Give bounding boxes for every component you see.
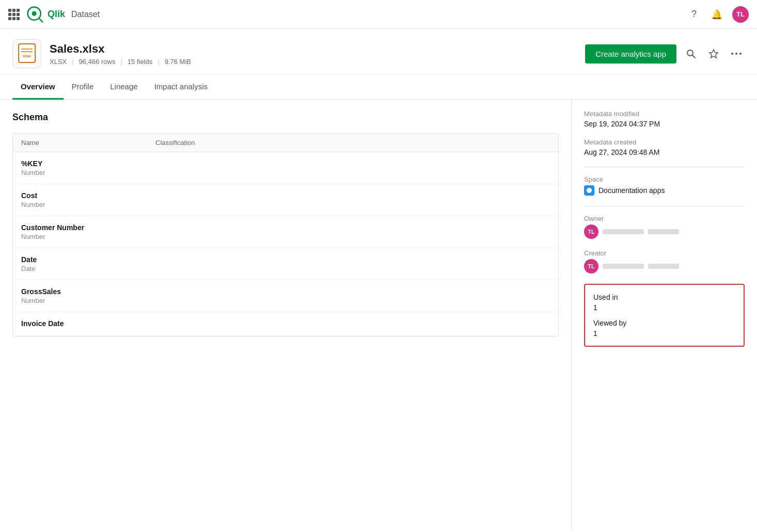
right-panel[interactable]: Metadata modified Sep 19, 2024 04:37 PM … [571, 100, 757, 530]
space-section: Space Documentation apps [584, 175, 745, 196]
table-row: Customer Number Number [13, 216, 558, 248]
search-icon[interactable] [683, 45, 699, 62]
user-avatar[interactable]: TL [732, 6, 749, 23]
create-analytics-app-button[interactable]: Create analytics app [585, 44, 676, 63]
dataset-info: Sales.xlsx XLSX | 96,466 rows | 15 field… [50, 42, 585, 66]
schema-header: Name Classification [13, 134, 558, 152]
table-row: Invoice Date [13, 312, 558, 336]
tab-profile[interactable]: Profile [64, 75, 102, 100]
creator-avatar: TL [584, 259, 598, 273]
metadata-modified-section: Metadata modified Sep 19, 2024 04:37 PM [584, 110, 745, 128]
space-label: Space [584, 175, 745, 183]
usage-box: Used in 1 Viewed by 1 [584, 284, 745, 347]
owner-section: Owner TL [584, 215, 745, 239]
table-row: GrossSales Number [13, 280, 558, 312]
viewed-by-label: Viewed by [593, 319, 735, 327]
creator-name-redacted [603, 264, 644, 269]
field-type: Date [21, 265, 550, 272]
svg-point-7 [687, 50, 693, 56]
svg-marker-9 [709, 50, 718, 58]
metadata-created-label: Metadata created [584, 138, 745, 146]
field-name: Date [21, 255, 550, 264]
dataset-rows: 96,466 rows [79, 58, 116, 66]
field-name: Invoice Date [21, 319, 550, 328]
svg-point-12 [739, 53, 742, 55]
tab-bar: Overview Profile Lineage Impact analysis [0, 75, 757, 100]
table-row: %KEY Number [13, 152, 558, 184]
schema-table: Name Classification %KEY Number Cost Num… [12, 133, 559, 336]
tab-overview[interactable]: Overview [12, 75, 64, 100]
table-row: Cost Number [13, 184, 558, 216]
owner-avatar: TL [584, 224, 598, 239]
meta-sep-2: | [120, 58, 122, 66]
dataset-fields: 15 fields [128, 58, 152, 66]
tab-lineage[interactable]: Lineage [102, 75, 146, 100]
svg-rect-3 [19, 44, 35, 62]
schema-col-name-header: Name [21, 139, 155, 147]
used-in-label: Used in [593, 293, 735, 301]
metadata-created-section: Metadata created Aug 27, 2024 09:48 AM [584, 138, 745, 156]
metadata-modified-label: Metadata modified [584, 110, 745, 118]
space-row: Documentation apps [584, 185, 745, 196]
notifications-icon[interactable]: 🔔 [709, 7, 724, 22]
grid-menu-icon[interactable] [8, 9, 20, 20]
app-name: Qlik [48, 9, 65, 20]
dataset-format: XLSX [50, 58, 67, 66]
left-panel[interactable]: Schema Name Classification %KEY Number C… [0, 100, 571, 530]
space-dot-icon [584, 185, 594, 196]
creator-name-redacted-2 [648, 264, 679, 269]
field-name: Customer Number [21, 223, 550, 232]
table-row: Date Date [13, 248, 558, 280]
dataset-actions: Create analytics app [585, 44, 745, 63]
section-label: Dataset [71, 10, 100, 19]
owner-row: TL [584, 224, 745, 239]
creator-row: TL [584, 259, 745, 273]
owner-name-redacted-2 [648, 229, 679, 234]
qlik-logo[interactable]: Qlik [26, 5, 65, 24]
creator-section: Creator TL [584, 249, 745, 273]
divider-1 [584, 167, 745, 167]
field-name: %KEY [21, 159, 550, 168]
file-icon: xlsx [12, 39, 41, 68]
field-name: GrossSales [21, 287, 550, 296]
creator-label: Creator [584, 249, 745, 257]
svg-point-11 [735, 53, 737, 55]
dataset-size: 9.76 MiB [165, 58, 191, 66]
svg-point-10 [731, 53, 733, 55]
owner-name-redacted [603, 229, 644, 234]
dataset-meta: XLSX | 96,466 rows | 15 fields | 9.76 Mi… [50, 58, 585, 66]
owner-label: Owner [584, 215, 745, 222]
metadata-created-value: Aug 27, 2024 09:48 AM [584, 148, 745, 156]
field-type: Number [21, 233, 550, 240]
svg-text:xlsx: xlsx [23, 54, 31, 58]
field-type: Number [21, 201, 550, 208]
more-options-icon[interactable] [728, 45, 745, 62]
field-type: Number [21, 297, 550, 304]
viewed-by-count: 1 [593, 329, 735, 337]
tab-impact-analysis[interactable]: Impact analysis [146, 75, 216, 100]
main-content: Schema Name Classification %KEY Number C… [0, 100, 757, 530]
meta-sep-3: | [157, 58, 159, 66]
used-in-count: 1 [593, 303, 735, 312]
field-name: Cost [21, 191, 550, 200]
svg-line-8 [692, 55, 695, 58]
top-navigation: Qlik Dataset ? 🔔 TL [0, 0, 757, 29]
dataset-header: xlsx Sales.xlsx XLSX | 96,466 rows | 15 … [0, 29, 757, 75]
schema-title: Schema [12, 112, 559, 123]
help-icon[interactable]: ? [687, 7, 701, 22]
schema-col-classification-header: Classification [155, 139, 550, 147]
field-type: Number [21, 169, 550, 176]
space-value: Documentation apps [598, 186, 665, 195]
dataset-title: Sales.xlsx [50, 42, 585, 56]
svg-line-2 [39, 18, 42, 22]
divider-2 [584, 206, 745, 206]
star-icon[interactable] [705, 45, 722, 62]
metadata-modified-value: Sep 19, 2024 04:37 PM [584, 120, 745, 128]
svg-point-1 [32, 11, 37, 15]
meta-sep-1: | [72, 58, 73, 66]
